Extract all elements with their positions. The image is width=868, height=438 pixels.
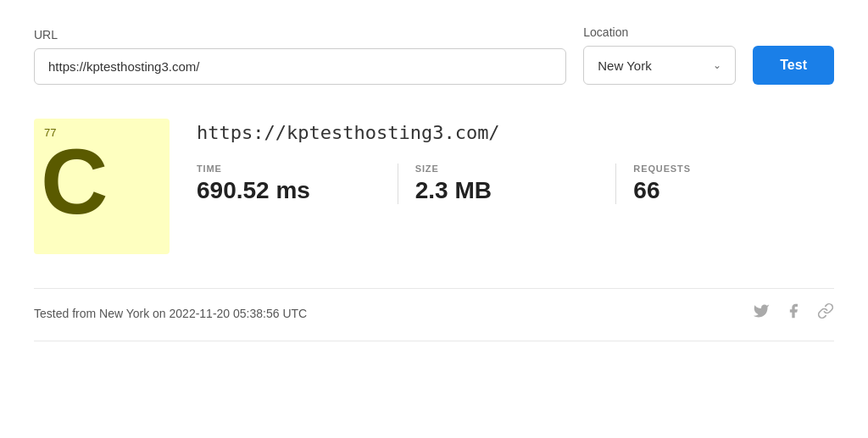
result-details: https://kptesthosting3.com/ TIME 690.52 …	[197, 119, 834, 204]
test-button[interactable]: Test	[753, 46, 834, 85]
facebook-icon[interactable]	[785, 302, 802, 324]
location-group: Location New YorkLos AngelesLondonFrankf…	[583, 25, 736, 85]
twitter-icon[interactable]	[753, 302, 770, 324]
grade-letter: C	[41, 135, 108, 228]
metric-value: 66	[633, 177, 817, 204]
url-group: URL	[34, 28, 566, 85]
metric-item: REQUESTS 66	[633, 164, 834, 204]
footer-divider	[34, 341, 834, 341]
result-url: https://kptesthosting3.com/	[197, 122, 834, 143]
metric-label: TIME	[197, 164, 381, 174]
location-select-wrapper[interactable]: New YorkLos AngelesLondonFrankfurtSingap…	[583, 46, 736, 85]
url-input[interactable]	[34, 48, 566, 85]
metrics-row: TIME 690.52 ms SIZE 2.3 MB REQUESTS 66	[197, 164, 834, 204]
grade-box: 77 C	[34, 119, 170, 254]
metric-item: SIZE 2.3 MB	[415, 164, 617, 204]
link-icon[interactable]	[817, 302, 834, 324]
metric-value: 2.3 MB	[415, 177, 599, 204]
result-section: 77 C https://kptesthosting3.com/ TIME 69…	[34, 119, 834, 254]
footer-section: Tested from New York on 2022-11-20 05:38…	[34, 288, 834, 324]
metric-item: TIME 690.52 ms	[197, 164, 398, 204]
footer-test-info: Tested from New York on 2022-11-20 05:38…	[34, 307, 307, 320]
top-controls: URL Location New YorkLos AngelesLondonFr…	[34, 25, 834, 85]
location-select[interactable]: New YorkLos AngelesLondonFrankfurtSingap…	[598, 58, 713, 73]
chevron-down-icon: ⌄	[713, 59, 721, 71]
metric-label: SIZE	[415, 164, 599, 174]
social-icons	[753, 302, 834, 324]
location-label: Location	[583, 25, 736, 39]
url-label: URL	[34, 28, 566, 42]
metric-value: 690.52 ms	[197, 177, 381, 204]
metric-label: REQUESTS	[633, 164, 817, 174]
